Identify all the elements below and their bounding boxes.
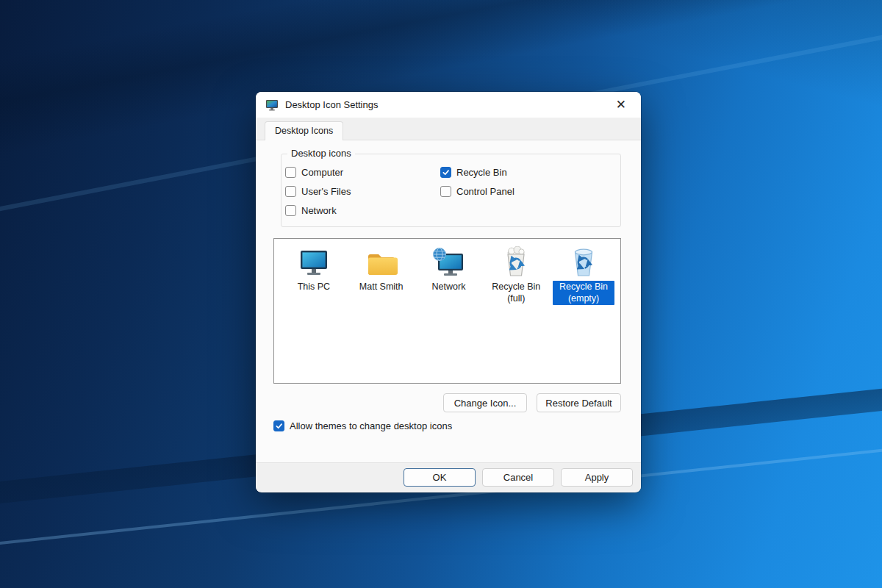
checkbox-grid: Computer Recycle Bin User's Files Contro… [282,154,620,216]
network-icon [431,248,465,277]
desktop-icons-groupbox: Desktop icons Computer Recycle Bin User'… [281,154,621,227]
checkbox-box[interactable] [440,167,451,178]
tab-page: Desktop icons Computer Recycle Bin User'… [256,140,641,462]
icon-label: Matt Smith [357,281,406,294]
window-title: Desktop Icon Settings [285,99,378,110]
checkbox-users-files[interactable]: User's Files [285,186,440,197]
checkbox-box[interactable] [440,186,451,197]
allow-themes-checkbox[interactable]: Allow themes to change desktop icons [273,420,452,431]
apply-button[interactable]: Apply [561,468,633,487]
list-item-recycle-bin-empty[interactable]: Recycle Bin (empty) [550,246,617,305]
close-icon[interactable]: ✕ [613,97,629,112]
cancel-button[interactable]: Cancel [482,468,554,487]
checkbox-box[interactable] [285,186,296,197]
user-folder-icon [365,251,398,277]
recycle-bin-empty-icon [570,246,597,277]
groupbox-legend: Desktop icons [287,148,355,159]
checkbox-label: Recycle Bin [456,167,507,178]
checkbox-computer[interactable]: Computer [285,167,440,178]
icon-label: Recycle Bin (empty) [553,281,614,305]
change-icon-button[interactable]: Change Icon... [443,393,527,412]
dialog-button-bar: OK Cancel Apply [256,462,641,492]
tab-strip: Desktop Icons [256,118,641,140]
icon-action-row: Change Icon... Restore Default [443,393,621,412]
recycle-bin-full-icon [503,246,529,277]
icon-preview-list: This PC Matt Smith [273,238,621,384]
tab-desktop-icons[interactable]: Desktop Icons [265,121,343,140]
restore-default-button[interactable]: Restore Default [537,393,621,412]
list-item-this-pc[interactable]: This PC [280,246,348,294]
checkbox-box[interactable] [273,420,284,431]
this-pc-icon [298,249,329,277]
checkbox-box[interactable] [285,167,296,178]
list-item-user-folder[interactable]: Matt Smith [348,246,415,294]
display-settings-icon [265,99,279,111]
checkbox-network[interactable]: Network [285,205,440,216]
icon-label: This PC [295,281,332,294]
checkbox-label: Computer [301,167,343,178]
ok-button[interactable]: OK [404,468,476,487]
desktop-icon-settings-dialog: Desktop Icon Settings ✕ Desktop Icons De… [256,92,641,492]
checkbox-box[interactable] [285,205,296,216]
icon-label: Recycle Bin (full) [485,281,547,305]
icon-label: Network [430,281,468,294]
checkbox-label: Allow themes to change desktop icons [290,420,452,431]
titlebar: Desktop Icon Settings ✕ [256,92,641,118]
checkbox-label: Control Panel [456,186,514,197]
checkbox-label: Network [301,205,337,216]
checkbox-control-panel[interactable]: Control Panel [440,186,620,197]
checkbox-recycle-bin[interactable]: Recycle Bin [440,167,620,178]
checkbox-label: User's Files [301,186,351,197]
list-item-network[interactable]: Network [415,246,483,294]
list-item-recycle-bin-full[interactable]: Recycle Bin (full) [482,246,550,305]
